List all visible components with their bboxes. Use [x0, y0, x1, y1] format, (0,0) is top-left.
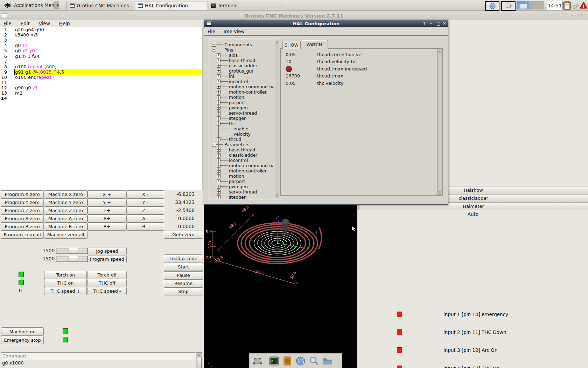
- scroll-up-icon[interactable]: ▲: [196, 353, 202, 357]
- command-history-item[interactable]: g0 x1000: [2, 360, 23, 366]
- pager-empty-icon[interactable]: [530, 1, 544, 9]
- machine-on-button[interactable]: Machine on: [1, 327, 44, 336]
- jog-speed-button[interactable]: Jog speed: [88, 247, 127, 255]
- tree-item-servo-thread[interactable]: servo-thread: [229, 189, 274, 195]
- jog-minus-button[interactable]: Z -: [126, 206, 164, 214]
- start-button[interactable]: Start: [164, 263, 203, 271]
- torch-on-button[interactable]: Torch on: [44, 271, 87, 279]
- stop-button[interactable]: Stop: [164, 287, 203, 295]
- tree-item-motion-command-har[interactable]: motion-command-har: [229, 163, 274, 168]
- program-3-zero-button[interactable]: Program Z zero: [1, 206, 44, 214]
- tree-expander-plus-icon[interactable]: +: [217, 69, 220, 73]
- desktop-icon[interactable]: [252, 356, 263, 366]
- machine-4-zero-button[interactable]: Machine A zero: [44, 214, 88, 223]
- hal-close-icon[interactable]: ✕: [443, 21, 446, 26]
- hal-menu-file[interactable]: File: [208, 29, 215, 34]
- tree-expander-plus-icon[interactable]: +: [217, 179, 220, 183]
- logout-icon[interactable]: [53, 1, 61, 9]
- tree-item-motion-controller[interactable]: motion-controller: [229, 168, 274, 173]
- command-input[interactable]: [1, 352, 195, 359]
- jog-minus-button[interactable]: B -: [126, 223, 164, 231]
- tree-item-pins[interactable]: Pins: [224, 47, 274, 53]
- program-zero-all-button[interactable]: Program zero all: [1, 231, 44, 239]
- hal-titlebar[interactable]: HAL Configuration: [204, 20, 448, 27]
- jog-speed-slider-handle[interactable]: [69, 248, 78, 254]
- program-speed-slider-handle[interactable]: [69, 256, 78, 262]
- jog-minus-button[interactable]: A -: [126, 214, 164, 223]
- tree-expander-plus-icon[interactable]: +: [217, 53, 220, 57]
- thc-on-button[interactable]: THC on: [44, 279, 87, 287]
- pager-active-icon[interactable]: [517, 1, 530, 9]
- machine-1-zero-button[interactable]: Machine X zero: [44, 190, 88, 198]
- tree-item-pwmgen[interactable]: pwmgen: [229, 105, 274, 110]
- tree-item-stepgen[interactable]: stepgen: [229, 195, 274, 199]
- tree-item-servo-thread[interactable]: servo-thread: [229, 110, 274, 116]
- tree-item-parport[interactable]: parport: [229, 179, 274, 184]
- thc-speed-plus-button[interactable]: THC speed +: [44, 287, 87, 295]
- tree-expander-plus-icon[interactable]: +: [212, 43, 216, 47]
- tree-item-grotius-gui[interactable]: grotius_gui: [229, 68, 274, 74]
- tree-item-iocontrol[interactable]: iocontrol: [229, 79, 274, 84]
- jog-plus-button[interactable]: X +: [88, 190, 126, 198]
- tab-show[interactable]: SHOW: [282, 41, 301, 49]
- editor-menu-edit[interactable]: Edit: [21, 21, 30, 26]
- magnifier-icon[interactable]: [309, 356, 319, 366]
- main-shade-icon[interactable]: ↑: [564, 13, 568, 18]
- tree-item-thcud[interactable]: thcud: [229, 137, 274, 142]
- clipboard-icon[interactable]: [563, 1, 571, 10]
- tree-item-motion[interactable]: motion: [229, 173, 274, 179]
- tree-item-enable[interactable]: enable: [233, 126, 274, 131]
- program-2-zero-button[interactable]: Program Y zero: [1, 198, 44, 206]
- tree-item-base-thread[interactable]: base-thread: [229, 58, 274, 63]
- tree-item-classicladder[interactable]: classicladder: [229, 152, 274, 158]
- program-4-zero-button[interactable]: Program A zero: [1, 214, 44, 223]
- tree-item-ini[interactable]: ini: [229, 74, 274, 79]
- watch-signal-name[interactable]: thcud.correction-vel: [317, 51, 363, 58]
- editor-menu-help[interactable]: Help: [59, 21, 70, 26]
- globe-icon[interactable]: [295, 356, 306, 366]
- gcode-editor[interactable]: 1g20 g64 g902s3400 m334g0 z15g0 x2 y06g1…: [0, 27, 203, 190]
- machine-5-zero-button[interactable]: Machine B zero: [44, 223, 88, 231]
- jog-minus-button[interactable]: X -: [126, 190, 164, 198]
- browser-globe-icon[interactable]: [485, 1, 499, 11]
- gremlin-3d-preview[interactable]: 48.598.55.4-47.9-2.5-48.399.750.8 X Z: [204, 204, 357, 368]
- editor-menu-view[interactable]: View: [39, 21, 50, 26]
- machine-zero-all-button[interactable]: Machine zero all: [44, 231, 88, 239]
- tree-expander-minus-icon[interactable]: −: [212, 48, 216, 52]
- tree-item-motion-controller[interactable]: motion-controller: [229, 89, 274, 95]
- resume-button[interactable]: Resume: [164, 279, 203, 287]
- scroll-down-icon[interactable]: ▼: [438, 190, 442, 195]
- taskbar-window-1[interactable]: Grotius CNC Machines V...: [66, 1, 140, 10]
- goto-zero-button[interactable]: Goto zero: [164, 231, 203, 239]
- terminal-icon[interactable]: >_: [269, 356, 279, 366]
- plug-icon[interactable]: [572, 1, 580, 10]
- jog-plus-button[interactable]: B+: [88, 223, 126, 231]
- tree-expander-plus-icon[interactable]: +: [217, 64, 220, 68]
- tree-expander-plus-icon[interactable]: +: [217, 74, 220, 78]
- tree-item-iocontrol[interactable]: iocontrol: [229, 158, 274, 163]
- watch-signal-name[interactable]: thc.velocity: [317, 80, 343, 87]
- main-maximize-icon[interactable]: □: [578, 13, 582, 18]
- machine-3-zero-button[interactable]: Machine Z zero: [44, 206, 88, 214]
- watch-signal-name[interactable]: thcud.tmax-increased: [317, 66, 367, 73]
- main-minimize-icon[interactable]: ‒: [571, 13, 574, 18]
- machine-2-zero-button[interactable]: Machine Y zero: [44, 198, 88, 206]
- scroll-up-icon[interactable]: ▲: [275, 40, 279, 45]
- applications-menu-button[interactable]: Applications Menu: [1, 0, 59, 10]
- program-1-zero-button[interactable]: Program X zero: [1, 190, 44, 198]
- tab-watch[interactable]: WATCH: [301, 40, 328, 49]
- watch-signal-name[interactable]: thcud.velocity-tol: [317, 58, 357, 65]
- tree-item-parport[interactable]: parport: [229, 100, 274, 105]
- tree-item-motion[interactable]: motion: [229, 95, 274, 100]
- folder-icon[interactable]: [322, 356, 332, 366]
- taskbar-window-2[interactable]: HAL Configuration: [135, 1, 213, 10]
- load-gcode-button[interactable]: Load g-code: [164, 254, 203, 263]
- tree-item-base-thread[interactable]: base-thread: [229, 147, 274, 152]
- tree-expander-plus-icon[interactable]: +: [217, 85, 220, 89]
- file-cabinet-icon[interactable]: [282, 356, 293, 366]
- jog-plus-button[interactable]: Z+: [88, 206, 126, 214]
- tree-item-components[interactable]: Components: [224, 42, 274, 47]
- jog-plus-button[interactable]: Y +: [88, 198, 126, 206]
- tree-item-classicladder[interactable]: classicladder: [229, 63, 274, 68]
- scroll-up-icon[interactable]: ▲: [438, 49, 442, 54]
